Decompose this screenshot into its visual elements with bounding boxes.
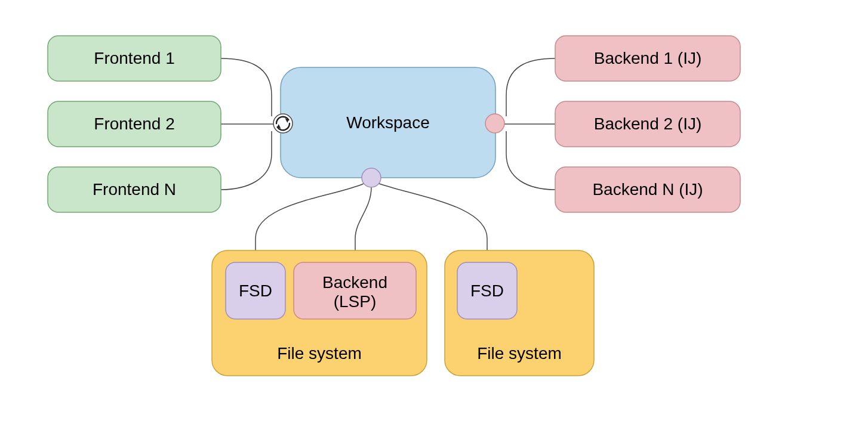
node-fs2-label: File system (477, 344, 562, 363)
node-frontend2: Frontend 2 (48, 101, 221, 147)
edge-frontend1-sync (221, 58, 272, 116)
node-frontendN: Frontend N (48, 167, 221, 212)
node-lsp: Backend(LSP) (294, 262, 416, 319)
port-bottom-circle (362, 168, 381, 187)
node-backend2-label: Backend 2 (IJ) (594, 114, 702, 133)
node-frontend1: Frontend 1 (48, 36, 221, 81)
node-backend2: Backend 2 (IJ) (555, 101, 740, 147)
node-frontendN-label: Frontend N (93, 180, 176, 199)
port-right (485, 114, 504, 133)
node-workspace-label: Workspace (346, 113, 430, 132)
node-backendN: Backend N (IJ) (555, 167, 740, 212)
edge-backendN-right (506, 131, 555, 190)
architecture-diagram: File systemFile systemFrontend 1Frontend… (0, 0, 868, 421)
node-lsp-label-1: (LSP) (334, 292, 377, 311)
node-fsd2-label: FSD (470, 281, 504, 300)
node-fsd1: FSD (226, 262, 285, 319)
port-right-circle (485, 114, 504, 133)
edge-frontendN-sync (221, 131, 272, 190)
sync-icon (273, 114, 293, 133)
node-frontend1-label: Frontend 1 (94, 49, 174, 67)
node-backend1: Backend 1 (IJ) (555, 36, 740, 81)
node-fsd1-label: FSD (239, 281, 272, 300)
node-fs1-label: File system (277, 344, 362, 363)
node-workspace: Workspace (281, 67, 495, 178)
node-backendN-label: Backend N (IJ) (592, 180, 703, 199)
node-frontend2-label: Frontend 2 (94, 114, 174, 133)
node-backend1-label: Backend 1 (IJ) (594, 49, 702, 67)
node-lsp-label-0: Backend (322, 273, 387, 292)
node-fsd2: FSD (457, 262, 517, 319)
edge-backend1-right (506, 58, 555, 116)
port-bottom (362, 168, 381, 187)
